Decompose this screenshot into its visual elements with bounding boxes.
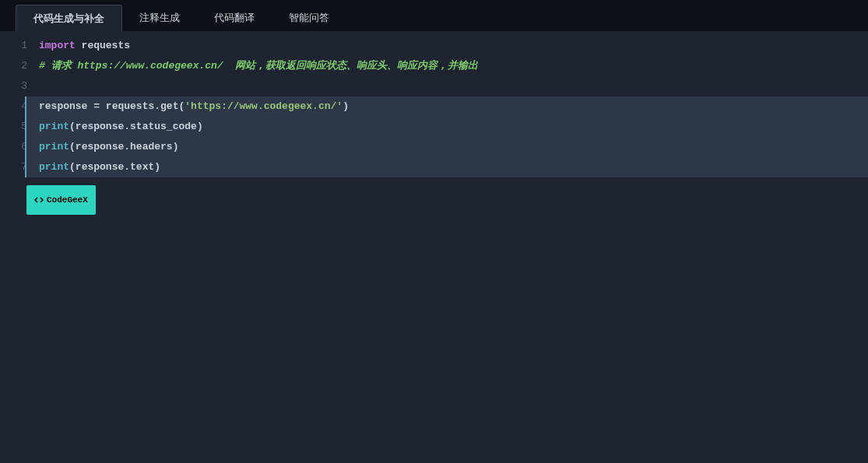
code-content[interactable]: import requests # 请求 https://www.codegee… [39,31,868,215]
code-line: # 请求 https://www.codegeex.cn/ 网站，获取返回响应状… [39,56,868,76]
line-number: 6 [0,137,27,157]
line-number: 4 [0,96,27,117]
line-number: 5 [0,117,27,137]
line-number: 7 [0,157,27,177]
code-line [39,76,868,96]
code-line-suggested: response = requests.get('https://www.cod… [25,96,868,117]
code-icon [34,195,44,205]
tab-code-translation[interactable]: 代码翻译 [197,5,272,31]
tab-qa[interactable]: 智能问答 [272,5,346,31]
line-number: 2 [0,56,27,76]
tab-bar: 代码生成与补全 注释生成 代码翻译 智能问答 [0,0,868,31]
tab-code-generation[interactable]: 代码生成与补全 [16,5,122,31]
line-number: 3 [0,76,27,96]
code-line: import requests [39,36,868,56]
code-line-suggested: print(response.headers) [25,137,868,157]
tab-comment-generation[interactable]: 注释生成 [122,5,197,31]
code-line-suggested: print(response.text) [25,157,868,177]
codegeex-badge[interactable]: CodeGeeX [26,185,96,215]
badge-label: CodeGeeX [47,190,88,210]
code-line-suggested: print(response.status_code) [25,117,868,137]
line-number: 1 [0,36,27,56]
code-editor[interactable]: 1 2 3 4 5 6 7 import requests # 请求 https… [0,31,868,215]
